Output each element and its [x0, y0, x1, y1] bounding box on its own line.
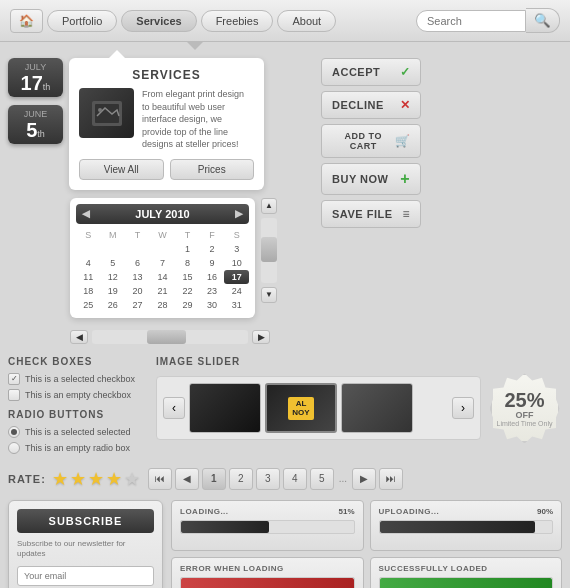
calendar-day[interactable]: 11 — [76, 270, 101, 284]
calendar-day[interactable]: 24 — [224, 284, 249, 298]
calendar-day[interactable]: 4 — [76, 256, 101, 270]
slider-next[interactable]: › — [452, 397, 474, 419]
image-slider: ‹ ALNOY › — [156, 376, 481, 440]
buynow-label: BUY NOW — [332, 173, 388, 185]
calendar-day[interactable]: 6 — [125, 256, 150, 270]
nav-portfolio-button[interactable]: Portfolio — [47, 10, 117, 32]
calendar-day[interactable]: 1 — [175, 242, 200, 256]
nav-about-button[interactable]: About — [277, 10, 336, 32]
progress-success-track — [379, 577, 554, 588]
progress-section: LOADING... 51% UPLOADING... 90% ERROR WH… — [171, 500, 562, 588]
calendar-day[interactable]: 16 — [200, 270, 225, 284]
buy-now-button[interactable]: BUY NOW + — [321, 163, 421, 195]
scroll-track[interactable] — [261, 218, 277, 283]
scroll-thumb[interactable] — [261, 237, 277, 262]
checkbox-item-1: ✓ This is a selected checkbox — [8, 373, 148, 385]
search-button[interactable]: 🔍 — [526, 8, 560, 33]
progress-success: SUCCESSFULLY LOADED ✓ — [370, 557, 563, 588]
h-scroll-left[interactable]: ◀ — [70, 330, 88, 344]
star-4[interactable]: ★ — [106, 468, 122, 490]
calendar-day[interactable]: 14 — [150, 270, 176, 284]
calendar-scrollbar: ▲ ▼ — [261, 198, 277, 303]
page-5[interactable]: 5 — [310, 468, 334, 490]
checkbox-2[interactable] — [8, 389, 20, 401]
radio-2[interactable] — [8, 442, 20, 454]
star-3[interactable]: ★ — [88, 468, 104, 490]
calendar-day[interactable]: 29 — [175, 298, 200, 312]
action-buttons-panel: ACCEPT ✓ DECLINE ✕ ADD TO CART 🛒 BUY NOW… — [321, 58, 421, 348]
h-scroll-track[interactable] — [92, 330, 248, 344]
calendar-day[interactable]: 31 — [224, 298, 249, 312]
calendar-next[interactable]: ▶ — [235, 208, 243, 219]
radio-2-label: This is an empty radio box — [25, 443, 130, 453]
nav-home-button[interactable]: 🏠 — [10, 9, 43, 33]
calendar-day[interactable]: 21 — [150, 284, 176, 298]
calendar-day[interactable]: 30 — [200, 298, 225, 312]
search-container: 🔍 — [416, 8, 560, 33]
page-2[interactable]: 2 — [229, 468, 253, 490]
date-badges: July 17th June 5th — [8, 58, 63, 144]
save-icon: ≡ — [402, 207, 410, 221]
calendar-day[interactable]: 12 — [101, 270, 126, 284]
calendar-day[interactable]: 18 — [76, 284, 101, 298]
page-last[interactable]: ⏭ — [379, 468, 403, 490]
starburst-area: 25% OFF Limited Time Only — [487, 371, 562, 446]
scroll-up-arrow[interactable]: ▲ — [261, 198, 277, 214]
view-all-button[interactable]: View All — [79, 159, 164, 180]
star-1[interactable]: ★ — [52, 468, 68, 490]
search-input[interactable] — [416, 10, 526, 32]
stars[interactable]: ★ ★ ★ ★ ★ — [52, 468, 140, 490]
calendar-day[interactable]: 5 — [101, 256, 126, 270]
calendar-day[interactable]: 9 — [200, 256, 225, 270]
calendar-day[interactable]: 23 — [200, 284, 225, 298]
star-5[interactable]: ★ — [124, 468, 140, 490]
calendar-day[interactable]: 22 — [175, 284, 200, 298]
progress-uploading-title: UPLOADING... — [379, 507, 440, 516]
checkbox-2-label: This is an empty checkbox — [25, 390, 131, 400]
starburst-off: OFF — [496, 410, 552, 420]
decline-button[interactable]: DECLINE ✕ — [321, 91, 421, 119]
calendar-day[interactable]: 20 — [125, 284, 150, 298]
calendar-day — [101, 242, 126, 256]
calendar-day[interactable]: 26 — [101, 298, 126, 312]
h-scroll-thumb[interactable] — [147, 330, 186, 344]
slider-prev[interactable]: ‹ — [163, 397, 185, 419]
nav-services-button[interactable]: Services — [121, 10, 196, 32]
calendar-day[interactable]: 13 — [125, 270, 150, 284]
nav-freebies-button[interactable]: Freebies — [201, 10, 274, 32]
calendar-prev[interactable]: ◀ — [82, 208, 90, 219]
star-2[interactable]: ★ — [70, 468, 86, 490]
page-next[interactable]: ▶ — [352, 468, 376, 490]
services-panel: SERVICES From elegant print design to be… — [69, 58, 264, 190]
top-row: July 17th June 5th SERVICES — [8, 58, 313, 190]
radio-1[interactable] — [8, 426, 20, 438]
calendar-day[interactable]: 10 — [224, 256, 249, 270]
add-to-cart-button[interactable]: ADD TO CART 🛒 — [321, 124, 421, 158]
accept-button[interactable]: ACCEPT ✓ — [321, 58, 421, 86]
page-first[interactable]: ⏮ — [148, 468, 172, 490]
calendar-day — [125, 242, 150, 256]
calendar-day[interactable]: 27 — [125, 298, 150, 312]
cal-day-w: W — [150, 228, 176, 242]
scroll-down-arrow[interactable]: ▼ — [261, 287, 277, 303]
calendar-day[interactable]: 15 — [175, 270, 200, 284]
checkbox-1[interactable]: ✓ — [8, 373, 20, 385]
calendar-day[interactable]: 17 — [224, 270, 249, 284]
calendar-day[interactable]: 28 — [150, 298, 176, 312]
radio-item-1: This is a selected selected — [8, 426, 148, 438]
calendar-day[interactable]: 2 — [200, 242, 225, 256]
calendar-day[interactable]: 25 — [76, 298, 101, 312]
save-file-button[interactable]: SAVE FILE ≡ — [321, 200, 421, 228]
calendar-day[interactable]: 19 — [101, 284, 126, 298]
page-prev[interactable]: ◀ — [175, 468, 199, 490]
email-input[interactable] — [17, 566, 154, 586]
page-1[interactable]: 1 — [202, 468, 226, 490]
calendar-day[interactable]: 3 — [224, 242, 249, 256]
page-3[interactable]: 3 — [256, 468, 280, 490]
calendar-day[interactable]: 7 — [150, 256, 176, 270]
calendar-day[interactable]: 8 — [175, 256, 200, 270]
subscribe-header-button[interactable]: SUBSCRIBE — [17, 509, 154, 533]
h-scroll-right[interactable]: ▶ — [252, 330, 270, 344]
page-4[interactable]: 4 — [283, 468, 307, 490]
prices-button[interactable]: Prices — [170, 159, 255, 180]
